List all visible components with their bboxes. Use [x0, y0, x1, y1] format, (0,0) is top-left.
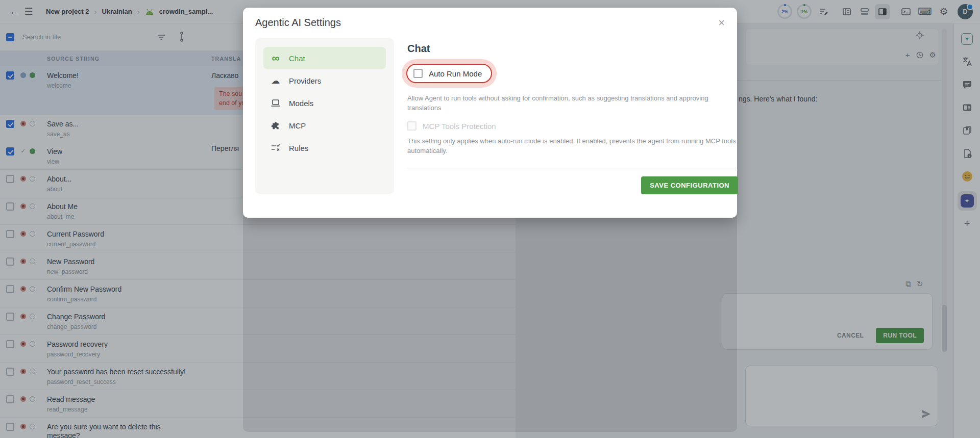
auto-run-mode-toggle[interactable]: Auto Run Mode [406, 64, 492, 83]
mcp-protection-checkbox[interactable] [407, 121, 416, 131]
section-title: Chat [407, 43, 738, 55]
puzzle-icon [270, 121, 282, 131]
chat-loop-icon: ∞ [270, 54, 282, 62]
nav-label: Chat [289, 54, 305, 63]
laptop-icon [270, 98, 282, 108]
cloud-icon: ☁ [270, 75, 282, 86]
auto-run-description: Allow Agent to run tools without asking … [407, 93, 738, 113]
nav-item-chat[interactable]: ∞ Chat [263, 47, 386, 69]
nav-label: Providers [289, 76, 321, 85]
nav-label: Models [289, 99, 313, 108]
modal-nav: ∞ Chat ☁ Providers Models [255, 38, 394, 194]
modal-title: Agentic AI Settings [255, 17, 341, 29]
nav-item-providers[interactable]: ☁ Providers [263, 69, 386, 92]
save-configuration-button[interactable]: SAVE CONFIGURATION [641, 176, 738, 194]
mcp-protection-label: MCP Tools Protection [423, 122, 496, 131]
highlight-halo: Auto Run Mode [402, 59, 497, 88]
list-check-icon [270, 143, 282, 152]
auto-run-label: Auto Run Mode [429, 69, 482, 78]
app-window: ← ☰ New project 2 › Ukrainian › crowdin_… [0, 0, 980, 438]
mcp-protection-description: This setting only applies when auto-run … [407, 136, 738, 156]
nav-item-rules[interactable]: Rules [263, 137, 386, 159]
close-icon[interactable]: × [718, 18, 725, 28]
nav-item-mcp[interactable]: MCP [263, 114, 386, 137]
agentic-ai-settings-modal: Agentic AI Settings × ∞ Chat ☁ Providers… [243, 8, 737, 218]
modal-content: Chat Auto Run Mode Allow Agent to run to… [407, 38, 738, 194]
nav-label: MCP [289, 121, 306, 130]
mcp-protection-toggle[interactable]: MCP Tools Protection [407, 121, 738, 131]
divider [407, 168, 738, 168]
nav-item-models[interactable]: Models [263, 92, 386, 114]
auto-run-checkbox[interactable] [413, 69, 423, 78]
nav-label: Rules [289, 144, 308, 152]
